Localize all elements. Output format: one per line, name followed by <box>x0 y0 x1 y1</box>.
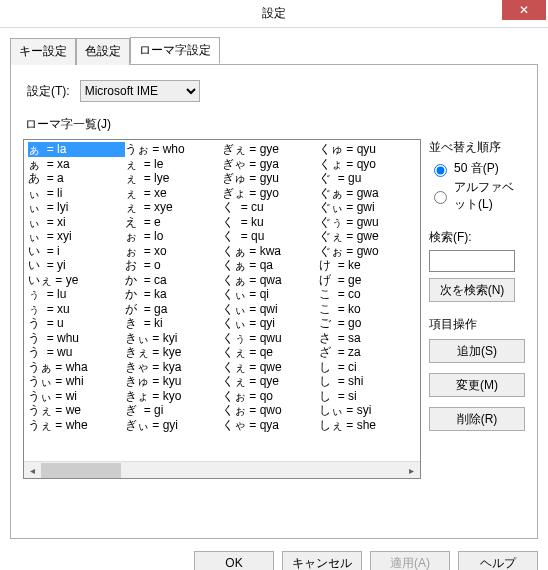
tab-key[interactable]: キー設定 <box>10 38 76 65</box>
list-item[interactable]: しぇ = she <box>319 418 416 433</box>
list-item[interactable]: しぃ = syi <box>319 403 416 418</box>
list-item[interactable]: ぃ = xyi <box>28 229 125 244</box>
list-item[interactable]: ぃ = lyi <box>28 200 125 215</box>
list-item[interactable]: きぃ = kyi <box>125 331 222 346</box>
list-item[interactable]: ぅ = xu <box>28 302 125 317</box>
list-item[interactable]: ざ = za <box>319 345 416 360</box>
list-item[interactable]: く = ku <box>222 215 319 230</box>
list-item[interactable]: きぇ = kye <box>125 345 222 360</box>
list-item[interactable]: くぇ = qwe <box>222 360 319 375</box>
sort-radio-alpha[interactable]: アルファベット(L) <box>429 179 525 213</box>
list-item[interactable]: くぃ = qwi <box>222 302 319 317</box>
list-item[interactable]: きょ = kyo <box>125 389 222 404</box>
list-item[interactable]: あ = a <box>28 171 125 186</box>
list-item[interactable]: うぉ = who <box>125 142 222 157</box>
list-item[interactable]: ぇ = xe <box>125 186 222 201</box>
find-next-button[interactable]: 次を検索(N) <box>429 278 515 302</box>
list-item[interactable]: こ = ko <box>319 302 416 317</box>
list-item[interactable]: ぇ = lye <box>125 171 222 186</box>
list-item[interactable]: ぇ = xye <box>125 200 222 215</box>
ok-button[interactable]: OK <box>194 551 274 570</box>
list-item[interactable]: こ = co <box>319 287 416 302</box>
tab-romaji[interactable]: ローマ字設定 <box>130 37 220 64</box>
scroll-thumb[interactable] <box>41 463 121 478</box>
list-item[interactable]: ぇ = le <box>125 157 222 172</box>
list-item[interactable]: く = cu <box>222 200 319 215</box>
list-item[interactable]: が = ga <box>125 302 222 317</box>
help-button[interactable]: ヘルプ <box>458 551 538 570</box>
list-item[interactable]: うぃ = whi <box>28 374 125 389</box>
list-item[interactable]: え = e <box>125 215 222 230</box>
list-item[interactable]: くぇ = qe <box>222 345 319 360</box>
list-item[interactable]: くゃ = qya <box>222 418 319 433</box>
list-item[interactable]: ぐ = gu <box>319 171 416 186</box>
scroll-track[interactable] <box>41 462 403 479</box>
list-item[interactable]: し = shi <box>319 374 416 389</box>
list-item[interactable]: さ = sa <box>319 331 416 346</box>
list-item[interactable]: う = whu <box>28 331 125 346</box>
list-item[interactable]: ぎぇ = gye <box>222 142 319 157</box>
list-item[interactable]: ぎゃ = gya <box>222 157 319 172</box>
tab-color[interactable]: 色設定 <box>76 38 130 65</box>
list-item[interactable]: し = si <box>319 389 416 404</box>
list-item[interactable]: くぉ = qo <box>222 389 319 404</box>
list-item[interactable]: くぃ = qi <box>222 287 319 302</box>
list-item[interactable]: げ = ge <box>319 273 416 288</box>
cancel-button[interactable]: キャンセル <box>282 551 362 570</box>
list-item[interactable]: う = wu <box>28 345 125 360</box>
list-item[interactable]: ぁ = xa <box>28 157 125 172</box>
change-button[interactable]: 変更(M) <box>429 373 525 397</box>
apply-button[interactable]: 適用(A) <box>370 551 450 570</box>
list-item[interactable]: か = ka <box>125 287 222 302</box>
list-item[interactable]: ぃ = xi <box>28 215 125 230</box>
list-item[interactable]: きゃ = kya <box>125 360 222 375</box>
list-item[interactable]: け = ke <box>319 258 416 273</box>
list-item[interactable]: ぐぉ = gwo <box>319 244 416 259</box>
sort-radio-50on-input[interactable] <box>434 164 447 177</box>
list-item[interactable]: い = i <box>28 244 125 259</box>
horizontal-scrollbar[interactable]: ◂ ▸ <box>24 461 420 478</box>
list-item[interactable]: ぐぁ = gwa <box>319 186 416 201</box>
list-item[interactable]: ぎぃ = gyi <box>125 418 222 433</box>
list-item[interactable]: ぉ = lo <box>125 229 222 244</box>
list-item[interactable]: くぇ = qye <box>222 374 319 389</box>
list-item[interactable]: ぅ = lu <box>28 287 125 302</box>
list-item[interactable]: ご = go <box>319 316 416 331</box>
scroll-left-icon[interactable]: ◂ <box>24 462 41 479</box>
list-item[interactable]: お = o <box>125 258 222 273</box>
list-item[interactable]: うぇ = whe <box>28 418 125 433</box>
list-item[interactable]: し = ci <box>319 360 416 375</box>
list-item[interactable]: う = u <box>28 316 125 331</box>
list-item[interactable]: いぇ = ye <box>28 273 125 288</box>
list-item[interactable]: うぁ = wha <box>28 360 125 375</box>
romaji-listbox[interactable]: ぁ = laぁ = xaあ = aぃ = liぃ = lyiぃ = xiぃ = … <box>23 139 421 479</box>
list-item[interactable]: ぎょ = gyo <box>222 186 319 201</box>
list-item[interactable]: くぁ = qa <box>222 258 319 273</box>
list-item[interactable]: くぁ = qwa <box>222 273 319 288</box>
delete-button[interactable]: 削除(R) <box>429 407 525 431</box>
list-item[interactable]: か = ca <box>125 273 222 288</box>
list-item[interactable]: ぎゅ = gyu <box>222 171 319 186</box>
list-item[interactable]: うぃ = wi <box>28 389 125 404</box>
list-item[interactable]: ぐぇ = gwe <box>319 229 416 244</box>
list-item[interactable]: うぇ = we <box>28 403 125 418</box>
list-item[interactable]: くゅ = qyu <box>319 142 416 157</box>
sort-radio-50on[interactable]: 50 音(P) <box>429 160 525 177</box>
list-item[interactable]: くぅ = qwu <box>222 331 319 346</box>
list-item[interactable]: くぉ = qwo <box>222 403 319 418</box>
list-item[interactable]: い = yi <box>28 258 125 273</box>
list-item[interactable]: くょ = qyo <box>319 157 416 172</box>
close-button[interactable]: ✕ <box>502 0 546 20</box>
list-item[interactable]: きゅ = kyu <box>125 374 222 389</box>
scroll-right-icon[interactable]: ▸ <box>403 462 420 479</box>
list-item[interactable]: ぐぃ = gwi <box>319 200 416 215</box>
list-item[interactable]: くぁ = kwa <box>222 244 319 259</box>
search-input[interactable] <box>429 250 515 272</box>
list-item[interactable]: き = ki <box>125 316 222 331</box>
list-item[interactable]: ぁ = la <box>28 142 125 157</box>
setting-select[interactable]: Microsoft IME <box>80 80 200 102</box>
sort-radio-alpha-input[interactable] <box>434 191 447 204</box>
list-item[interactable]: く = qu <box>222 229 319 244</box>
list-item[interactable]: ぐぅ = gwu <box>319 215 416 230</box>
list-item[interactable]: ぎ = gi <box>125 403 222 418</box>
